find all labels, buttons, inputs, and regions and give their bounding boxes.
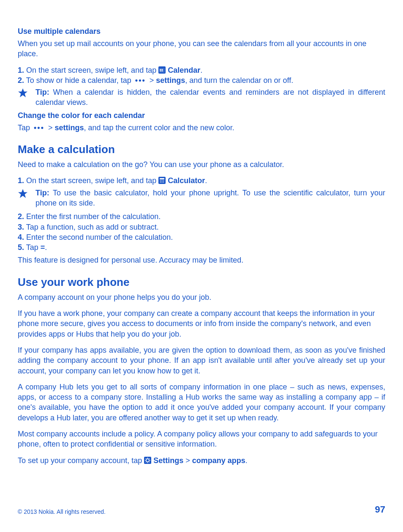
svg-point-14: [163, 182, 164, 183]
svg-line-25: [149, 458, 150, 459]
app-name: Calendar: [168, 66, 200, 74]
page-number: 97: [375, 504, 385, 515]
step-end: .: [200, 66, 202, 74]
step-sep: >: [147, 76, 156, 85]
step-1: 1. On the start screen, swipe left, and …: [18, 65, 385, 75]
more-icon: •••: [32, 123, 46, 133]
note: This feature is designed for personal us…: [18, 255, 385, 265]
settings-label: settings: [54, 123, 84, 132]
step-4: 4. Enter the second number of the calcul…: [18, 232, 385, 242]
text: , and tap the current color and the new …: [84, 123, 234, 132]
step-number: 2.: [18, 212, 24, 221]
svg-marker-15: [18, 189, 27, 198]
settings-gear-icon: [144, 456, 151, 463]
end: .: [245, 456, 248, 465]
step-text: Tap a function, such as add or subtract.: [24, 223, 159, 231]
svg-rect-3: [162, 69, 163, 70]
paragraph: To set up your company account, tap Sett…: [18, 455, 385, 466]
calculator-icon: [158, 176, 166, 184]
svg-point-13: [162, 182, 163, 183]
step-text: , and turn the calendar on or off.: [185, 76, 293, 85]
subheading-change-color: Change the color for each calendar: [18, 111, 385, 120]
heading-make-calculation: Make a calculation: [18, 143, 385, 156]
svg-rect-2: [160, 69, 161, 70]
step-text: Tap: [24, 243, 41, 252]
tip-block: Tip: When a calendar is hidden, the cale…: [18, 87, 385, 108]
text: To set up your company account, tap: [18, 456, 144, 465]
svg-line-24: [146, 461, 146, 462]
paragraph: If you have a work phone, your company c…: [18, 308, 385, 339]
svg-rect-4: [160, 70, 161, 71]
svg-rect-5: [162, 70, 163, 71]
paragraph: If your company has apps available, you …: [18, 345, 385, 376]
svg-rect-8: [160, 178, 164, 180]
page: Use multiple calendars When you set up m…: [0, 0, 403, 532]
company-apps: company apps: [192, 456, 245, 465]
step-3: 3. Tap a function, such as add or subtra…: [18, 222, 385, 232]
svg-line-22: [146, 458, 146, 459]
paragraph: A company Hub lets you get to all sorts …: [18, 382, 385, 423]
star-icon: [18, 189, 28, 199]
step-number: 3.: [18, 223, 24, 231]
subheading-use-multiple-calendars: Use multiple calendars: [18, 27, 385, 36]
paragraph: Need to make a calculation on the go? Yo…: [18, 159, 385, 170]
heading-work-phone: Use your work phone: [18, 276, 385, 289]
paragraph: A company account on your phone helps yo…: [18, 292, 385, 302]
svg-marker-6: [18, 88, 27, 97]
tip-label: Tip:: [35, 88, 53, 96]
text: Tap: [18, 123, 32, 132]
star-icon: [18, 88, 28, 98]
step-2: 2. Enter the first number of the calcula…: [18, 211, 385, 222]
tip-body: To use the basic calculator, hold your p…: [35, 189, 385, 207]
step-number: 2.: [18, 76, 24, 85]
step-end: .: [205, 176, 207, 185]
tip-body: When a calendar is hidden, the calendar …: [35, 88, 385, 107]
step-text: On the start screen, swipe left, and tap: [24, 176, 158, 185]
footer: © 2013 Nokia. All rights reserved. 97: [18, 504, 385, 515]
step-2: 2. To show or hide a calendar, tap ••• >…: [18, 75, 385, 85]
calendar-icon: [158, 66, 166, 73]
step-number: 1.: [18, 176, 24, 185]
sep: >: [46, 123, 55, 132]
paragraph: When you set up mail accounts on your ph…: [18, 38, 385, 59]
step-text: Enter the second number of the calculati…: [24, 233, 173, 241]
svg-point-10: [162, 181, 163, 181]
settings-label: settings: [156, 76, 185, 85]
paragraph: Most company accounts include a policy. …: [18, 429, 385, 450]
step-end: .: [45, 243, 47, 252]
sep: >: [183, 456, 192, 465]
tip-label: Tip:: [35, 189, 53, 197]
step-1: 1. On the start screen, swipe left, and …: [18, 176, 385, 186]
svg-point-12: [160, 182, 161, 183]
tip-text: Tip: When a calendar is hidden, the cale…: [35, 87, 385, 108]
settings-app: Settings: [153, 456, 183, 465]
step-number: 4.: [18, 233, 24, 241]
tip-block: Tip: To use the basic calculator, hold y…: [18, 188, 385, 208]
step-number: 5.: [18, 243, 24, 252]
app-name: Calculator: [168, 176, 205, 185]
step-text: Enter the first number of the calculatio…: [24, 212, 161, 221]
instruction-line: Tap ••• > settings, and tap the current …: [18, 123, 385, 133]
equals-key: =: [41, 243, 45, 252]
svg-point-11: [163, 181, 164, 181]
more-icon: •••: [133, 75, 147, 85]
step-text: On the start screen, swipe left, and tap: [24, 66, 158, 74]
svg-line-23: [149, 461, 150, 462]
step-number: 1.: [18, 66, 24, 74]
step-text: To show or hide a calendar, tap: [24, 76, 133, 85]
tip-text: Tip: To use the basic calculator, hold y…: [35, 188, 385, 208]
step-5: 5. Tap =.: [18, 242, 385, 252]
copyright: © 2013 Nokia. All rights reserved.: [18, 508, 106, 515]
svg-point-9: [160, 181, 161, 181]
